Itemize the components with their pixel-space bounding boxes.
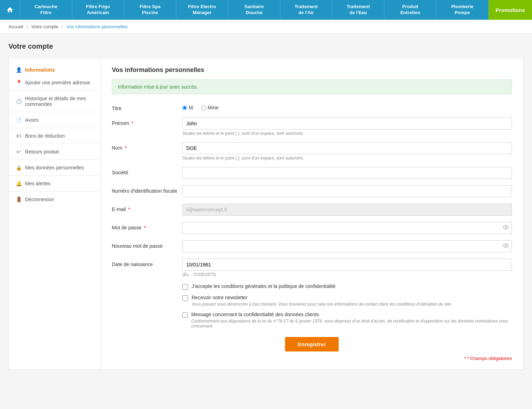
radio-text-m: M.: [189, 105, 194, 110]
password-wrap: [182, 222, 512, 234]
sidebar-label-informations: Informations: [25, 67, 55, 73]
label-datenaissance: Date de naissance: [112, 259, 182, 267]
checkbox-row-newsletter: Recevoir notre newsletter Vous pouvez vo…: [182, 295, 512, 307]
label-cgv: J'accepte les conditions générales et la…: [192, 283, 335, 289]
return-icon: ↩: [16, 149, 22, 155]
checkbox-newsletter[interactable]: [182, 295, 188, 301]
form-row-motdepasse: Mot de passe *: [112, 222, 512, 234]
field-email: [182, 204, 512, 216]
sidebar-label-commandes: Historique et détails de mes commandes: [25, 96, 93, 107]
required-star-prenom: *: [130, 120, 133, 126]
logout-icon: 🚪: [16, 197, 22, 202]
input-num-fiscal[interactable]: [182, 185, 512, 197]
tag-icon: 🏷: [16, 133, 22, 139]
input-datenaissance[interactable]: [182, 259, 512, 271]
account-box: 👤 Informations 📍 Ajouter une première ad…: [8, 58, 524, 370]
sidebar-label-deconnexion: Déconnexion: [25, 197, 54, 202]
new-password-wrap: [182, 240, 512, 252]
success-banner: Information mise à jour avec succès.: [112, 79, 512, 94]
sidebar-item-adresse[interactable]: 📍 Ajouter une première adresse: [9, 76, 100, 89]
nav-item-frigo[interactable]: Filtre FrigoAméricain: [72, 0, 125, 20]
checkbox-cgv[interactable]: [182, 284, 188, 290]
label-email: E-mail *: [112, 204, 182, 212]
breadcrumb: Accueil / Votre compte / Vos information…: [0, 20, 532, 34]
sidebar-label-retours: Retours produit: [25, 149, 59, 155]
toggle-password-button[interactable]: [503, 225, 509, 231]
nav-item-electro[interactable]: Filtre ElectroMénager: [176, 0, 229, 20]
label-num-fiscal: Numéro d'identification fiscale: [112, 185, 182, 194]
history-icon: 🕐: [16, 98, 22, 104]
location-icon: 📍: [16, 80, 22, 85]
nav-item-spa[interactable]: Filtre SpaPiscine: [124, 0, 176, 20]
field-nouveau-mdp: [182, 240, 512, 252]
sidebar-label-alertes: Mes alertes: [25, 181, 50, 186]
sidebar-divider-2: [9, 112, 100, 112]
sidebar-label-bons: Bons de réduction: [25, 133, 65, 139]
checkbox-confidentialite[interactable]: [182, 312, 188, 318]
radio-label-m[interactable]: M.: [182, 105, 194, 110]
input-motdepasse[interactable]: [182, 222, 512, 234]
input-prenom[interactable]: [182, 118, 512, 130]
breadcrumb-account[interactable]: Votre compte: [31, 24, 59, 29]
svg-point-3: [505, 245, 507, 247]
nav-item-cartouche[interactable]: CartoucheFiltre: [20, 0, 72, 20]
form-row-prenom: Prénom * Seules les lettres et le point …: [112, 118, 512, 136]
breadcrumb-current: Vos informations personnelles: [66, 24, 127, 29]
form-row-datenaissance: Date de naissance (Ex. : 31/05/1970): [112, 259, 512, 277]
sidebar-item-bons[interactable]: 🏷 Bons de réduction: [9, 130, 100, 142]
bell-icon: 🔔: [16, 181, 22, 186]
sidebar-item-avoirs[interactable]: 📄 Avoirs: [9, 114, 100, 126]
input-nouveau-motdepasse[interactable]: [182, 240, 512, 252]
field-num-fiscal: [182, 185, 512, 197]
sidebar-label-adresse: Ajouter une première adresse: [25, 80, 90, 85]
sidebar-label-donnees: Mes données personnelles: [25, 165, 84, 170]
radio-group-titre: M. Mme: [182, 103, 512, 110]
sidebar-item-informations[interactable]: 👤 Informations: [9, 64, 100, 76]
sidebar-divider-4: [9, 144, 100, 144]
radio-m[interactable]: [182, 106, 187, 110]
label-titre: Titre: [112, 103, 182, 111]
label-societe: Société: [112, 167, 182, 175]
input-email[interactable]: [182, 204, 512, 216]
label-nom: Nom *: [112, 142, 182, 151]
nav-item-produit[interactable]: ProduitEntretien: [385, 0, 437, 20]
hint-datenaissance: (Ex. : 31/05/1970): [182, 272, 512, 277]
user-icon: 👤: [16, 67, 22, 73]
sidebar-item-commandes[interactable]: 🕐 Historique et détails de mes commandes: [9, 92, 100, 110]
required-star-nom: *: [123, 145, 127, 151]
input-societe[interactable]: [182, 167, 512, 179]
form-row-nouveau-mdp: Nouveau mot de passe: [112, 240, 512, 252]
form-row-societe: Société: [112, 167, 512, 179]
nav-item-air[interactable]: Traitementde l'Air: [280, 0, 333, 20]
nav-item-sanitaire[interactable]: SanitaireDouche: [228, 0, 280, 20]
svg-point-1: [505, 227, 507, 228]
sidebar-item-deconnexion[interactable]: 🚪 Déconnexion: [9, 193, 100, 206]
sidebar-item-donnees[interactable]: 🔒 Mes données personnelles: [9, 161, 100, 174]
radio-mme[interactable]: [201, 106, 206, 110]
nav-item-plomberie[interactable]: PlomberiePompe: [436, 0, 489, 20]
field-titre: M. Mme: [182, 103, 512, 110]
toggle-new-password-button[interactable]: [503, 243, 509, 249]
sidebar-item-alertes[interactable]: 🔔 Mes alertes: [9, 177, 100, 190]
nav-promotions-button[interactable]: Promotions: [489, 0, 532, 20]
required-star-mdp: *: [143, 225, 146, 230]
radio-label-mme[interactable]: Mme: [201, 105, 219, 110]
hint-nom: Seules les lettres et le point (.), suiv…: [182, 156, 512, 161]
input-nom[interactable]: [182, 142, 512, 154]
radio-text-mme: Mme: [208, 105, 219, 110]
form-row-num-fiscal: Numéro d'identification fiscale: [112, 185, 512, 197]
hint-prenom: Seules les lettres et le point (.), suiv…: [182, 131, 512, 136]
field-nom: Seules les lettres et le point (.), suiv…: [182, 142, 512, 161]
form-row-email: E-mail *: [112, 204, 512, 216]
cgv-label-text: J'accepte les conditions générales et la…: [192, 283, 335, 289]
nav-home-button[interactable]: [0, 0, 20, 20]
sidebar-item-retours[interactable]: ↩ Retours produit: [9, 145, 100, 158]
breadcrumb-home[interactable]: Accueil: [8, 24, 23, 29]
file-icon: 📄: [16, 117, 22, 123]
label-nouveau-mdp: Nouveau mot de passe: [112, 240, 182, 249]
nav-item-eau[interactable]: Traitementde l'Eau: [332, 0, 385, 20]
form-row-nom: Nom * Seules les lettres et le point (.)…: [112, 142, 512, 161]
breadcrumb-sep1: /: [27, 24, 28, 29]
label-prenom: Prénom *: [112, 118, 182, 126]
save-button[interactable]: Enregistrer: [285, 337, 339, 351]
